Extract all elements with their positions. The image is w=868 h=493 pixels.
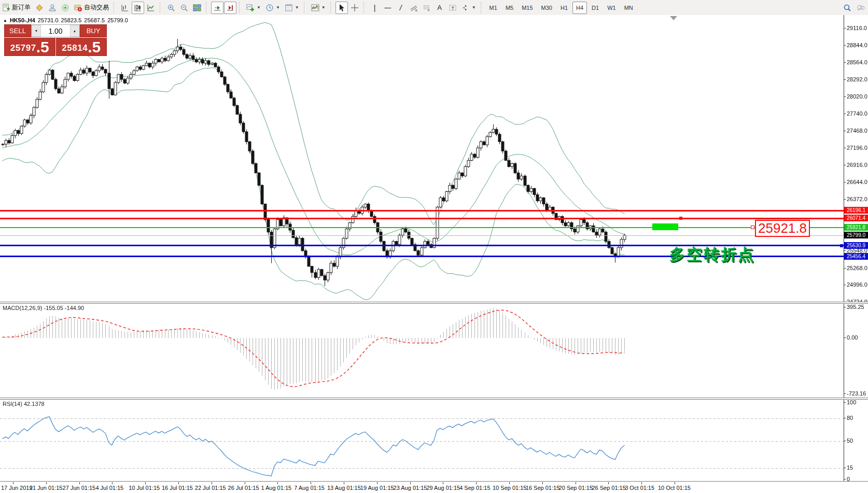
tile-windows-button[interactable] <box>191 2 203 14</box>
timeframe-m15-button[interactable]: M15 <box>518 2 536 14</box>
price-callout-box[interactable]: 25921.8 <box>755 220 810 237</box>
price-tick-label: 26644.0 <box>847 179 868 185</box>
time-tick-label: 4 Sep 01:15 <box>459 485 490 491</box>
signals-button[interactable] <box>59 2 72 14</box>
timeframe-h1-button[interactable]: H1 <box>557 2 571 14</box>
metaquotes-language-button[interactable] <box>33 2 46 14</box>
line-anchor[interactable] <box>840 244 843 247</box>
time-tick-mark <box>145 482 146 484</box>
time-tick-mark <box>13 482 13 484</box>
crosshair-button[interactable] <box>348 2 361 14</box>
time-tick-mark <box>46 482 47 484</box>
price-tick-label: 25268.0 <box>847 265 868 271</box>
time-tick-mark <box>212 482 212 484</box>
timeframe-m5-button[interactable]: M5 <box>502 2 517 14</box>
chat-icon[interactable] <box>857 4 865 12</box>
new-order-icon <box>2 4 10 12</box>
time-tick-mark <box>245 482 245 484</box>
macd-tick-label: 0.00 <box>847 334 868 341</box>
auto-scroll-button[interactable] <box>211 2 223 14</box>
toolbar-separator <box>330 2 334 13</box>
chart-shift-marker-icon[interactable] <box>670 16 677 20</box>
one-click-trading-panel: SELL ▼ 1.00 ▲ BUY 25797.5 25814.5 <box>4 24 107 56</box>
rsi-tick-label: 80 <box>847 415 868 421</box>
zoom-in-icon <box>167 4 175 12</box>
periods-dropdown[interactable]: ▼ <box>263 2 282 14</box>
timeframe-h4-button[interactable]: H4 <box>572 2 587 14</box>
timeframe-w1-button[interactable]: W1 <box>604 2 620 14</box>
horizontal-line-object[interactable] <box>0 227 844 228</box>
text-icon: A <box>437 4 442 11</box>
panel-divider[interactable] <box>0 302 868 304</box>
time-tick-mark <box>178 482 179 484</box>
time-tick-label: 23 Aug 01:15 <box>394 485 427 491</box>
search-icon[interactable] <box>843 4 851 12</box>
vertical-line-button[interactable]: | <box>369 2 381 14</box>
trendline-button[interactable]: / <box>395 2 407 14</box>
indicators-dropdown[interactable]: ▼ <box>309 2 328 14</box>
rsi-label: RSI(14) 42.1378 <box>3 401 45 407</box>
auto-scroll-icon <box>213 4 221 12</box>
line-chart-button[interactable] <box>145 2 157 14</box>
expert-advisors-button[interactable] <box>46 2 59 14</box>
autotrading-button[interactable]: 自动交易 <box>72 2 111 14</box>
current-price-line <box>0 235 844 236</box>
candlestick-chart-button[interactable] <box>132 2 144 14</box>
toolbar-separator <box>239 2 243 13</box>
toolbar-separator <box>114 2 117 13</box>
buy-price-frac: .5 <box>88 39 101 55</box>
timeframe-m1-button[interactable]: M1 <box>486 2 501 14</box>
macd-tick-label: -723.16 <box>847 390 868 397</box>
horizontal-line-button[interactable]: — <box>382 2 394 14</box>
timeframe-mn-button[interactable]: MN <box>621 2 637 14</box>
time-tick-mark <box>509 482 510 484</box>
highlight-rectangle[interactable] <box>652 223 678 230</box>
cursor-button[interactable] <box>335 2 348 14</box>
buy-button[interactable]: BUY <box>80 24 107 37</box>
templates-dropdown[interactable]: ▼ <box>283 2 301 14</box>
volume-decrease-button[interactable]: ▼ <box>32 25 41 37</box>
panel-divider[interactable] <box>0 398 868 400</box>
line-handle[interactable] <box>751 226 754 229</box>
rsi-chart-canvas[interactable] <box>0 399 868 482</box>
arrows-dropdown[interactable]: ▼ <box>459 2 478 14</box>
fibonacci-button[interactable]: F <box>421 2 433 14</box>
zoom-in-button[interactable] <box>165 2 177 14</box>
collapse-icon[interactable]: ▲ <box>3 18 7 23</box>
chart-shift-button[interactable] <box>224 2 236 14</box>
macd-label: MACD(12,26,9) -155.05 -144.90 <box>3 305 84 311</box>
text-button[interactable]: A <box>433 2 446 14</box>
bar-chart-button[interactable] <box>119 2 131 14</box>
timeframe-d1-button[interactable]: D1 <box>588 2 603 14</box>
time-tick-label: 26 Jul 01:15 <box>228 485 259 491</box>
new-chart-icon <box>246 4 255 12</box>
timeframe-m30-button[interactable]: M30 <box>538 2 556 14</box>
svg-text:T: T <box>451 5 454 10</box>
volume-increase-button[interactable]: ▲ <box>70 25 79 37</box>
time-tick-mark <box>542 482 543 484</box>
horizontal-line-object[interactable] <box>0 210 844 212</box>
svg-text:F: F <box>428 9 430 12</box>
new-order-button[interactable]: 新订单 <box>0 2 33 14</box>
time-tick-mark <box>608 482 609 484</box>
horizontal-line-object[interactable] <box>0 218 844 219</box>
time-tick-mark <box>410 482 411 484</box>
sell-button[interactable]: SELL <box>4 24 31 37</box>
zoom-out-button[interactable] <box>178 2 190 14</box>
time-tick-label: 21 Jun 01:15 <box>30 485 63 491</box>
volume-value[interactable]: 1.00 <box>41 25 70 37</box>
new-chart-dropdown[interactable]: ▼ <box>244 2 263 14</box>
rsi-tick-label: 50 <box>847 438 868 444</box>
price-tick-label: 26372.0 <box>847 196 868 202</box>
time-tick-label: 27 Jun 01:15 <box>63 485 96 491</box>
macd-chart-canvas[interactable] <box>0 303 868 399</box>
equidistant-channel-button[interactable]: E <box>408 2 420 14</box>
turning-point-annotation[interactable]: 多空转折点 <box>669 244 755 265</box>
time-tick-label: 1 Aug 01:15 <box>261 485 291 491</box>
sell-price[interactable]: 25797.5 <box>4 38 55 56</box>
line-handle[interactable] <box>679 217 682 220</box>
buy-price[interactable]: 25814.5 <box>56 38 107 56</box>
text-label-button[interactable]: T <box>446 2 459 14</box>
price-tick-label: 28564.0 <box>847 59 868 65</box>
time-tick-mark <box>277 482 278 484</box>
